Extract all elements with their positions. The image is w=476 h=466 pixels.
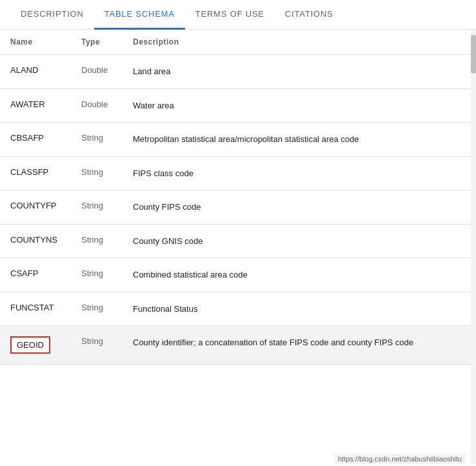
schema-table: NameTypeDescription ALANDDoubleLand area… <box>0 30 471 365</box>
cell-desc-funcstat: Functional Status <box>123 292 471 326</box>
table-row: CBSAFPStringMetropolitan statistical are… <box>0 123 471 157</box>
cell-desc-countyfp: County FIPS code <box>123 190 471 225</box>
cell-type-countyfp: String <box>71 190 123 225</box>
cell-desc-geoid: County identifier; a concatenation of st… <box>123 326 471 365</box>
cell-name-countyfp: COUNTYFP <box>0 190 71 225</box>
cell-desc-countyns: County GNIS code <box>123 224 471 258</box>
cell-type-funcstat: String <box>71 292 123 326</box>
col-header-name: Name <box>0 30 71 55</box>
highlighted-name-cell: GEOID <box>10 336 50 354</box>
cell-type-aland: Double <box>71 55 123 89</box>
cell-type-classfp: String <box>71 156 123 190</box>
cell-name-geoid: GEOID <box>0 326 71 365</box>
cell-type-awater: Double <box>71 88 123 123</box>
cell-name-csafp: CSAFP <box>0 258 71 292</box>
cell-name-countyns: COUNTYNS <box>0 224 71 258</box>
col-header-type: Type <box>71 30 123 55</box>
table-row: CSAFPStringCombined statistical area cod… <box>0 258 471 292</box>
table-row: COUNTYFPStringCounty FIPS code <box>0 190 471 225</box>
cell-desc-aland: Land area <box>123 55 471 89</box>
table-row: COUNTYNSStringCounty GNIS code <box>0 224 471 258</box>
cell-desc-cbsafp: Metropolitan statistical area/micropolit… <box>123 123 471 157</box>
cell-name-cbsafp: CBSAFP <box>0 123 71 157</box>
cell-type-countyns: String <box>71 224 123 258</box>
url-bar: https://blog.csdn.net/zhabushiibiaoshitu <box>334 454 466 464</box>
tab-bar: DESCRIPTIONTABLE SCHEMATERMS OF USECITAT… <box>0 0 476 30</box>
table-row: ALANDDoubleLand area <box>0 55 471 89</box>
cell-name-awater: AWATER <box>0 88 71 123</box>
cell-desc-csafp: Combined statistical area code <box>123 258 471 292</box>
cell-desc-awater: Water area <box>123 88 471 123</box>
col-header-description: Description <box>123 30 471 55</box>
table-row: AWATERDoubleWater area <box>0 88 471 123</box>
table-row: CLASSFPStringFIPS class code <box>0 156 471 190</box>
table-container[interactable]: NameTypeDescription ALANDDoubleLand area… <box>0 30 471 464</box>
tab-table-schema[interactable]: TABLE SCHEMA <box>94 0 185 30</box>
cell-type-csafp: String <box>71 258 123 292</box>
scrollbar-thumb[interactable] <box>471 35 476 74</box>
cell-type-geoid: String <box>71 326 123 365</box>
cell-desc-classfp: FIPS class code <box>123 156 471 190</box>
table-row: GEOIDStringCounty identifier; a concaten… <box>0 326 471 365</box>
tab-description[interactable]: DESCRIPTION <box>10 0 94 30</box>
cell-type-cbsafp: String <box>71 123 123 157</box>
table-header-row: NameTypeDescription <box>0 30 471 55</box>
cell-name-aland: ALAND <box>0 55 71 89</box>
cell-name-classfp: CLASSFP <box>0 156 71 190</box>
cell-name-funcstat: FUNCSTAT <box>0 292 71 326</box>
content-area: NameTypeDescription ALANDDoubleLand area… <box>0 30 476 464</box>
tab-terms-of-use[interactable]: TERMS OF USE <box>185 0 275 30</box>
table-row: FUNCSTATStringFunctional Status <box>0 292 471 326</box>
tab-citations[interactable]: CITATIONS <box>275 0 344 30</box>
scrollbar-track[interactable] <box>471 30 476 464</box>
